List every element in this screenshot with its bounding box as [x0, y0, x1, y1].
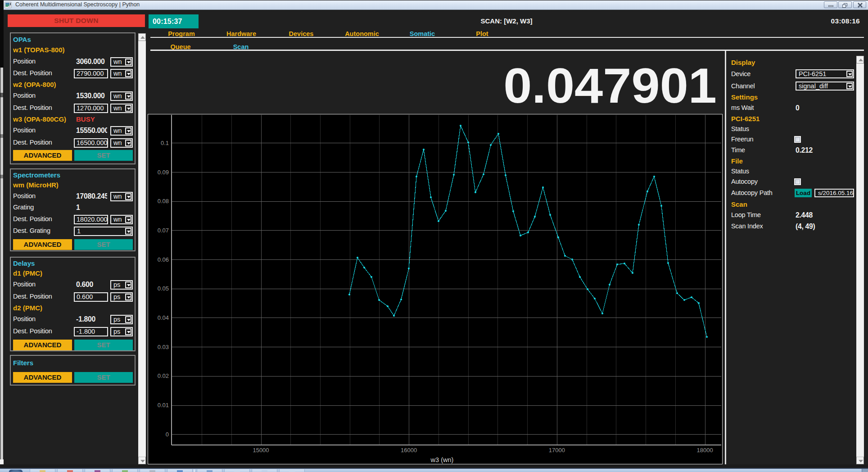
svg-text:w3 (wn): w3 (wn) [430, 456, 454, 463]
svg-text:18000: 18000 [697, 447, 713, 454]
svg-text:0.03: 0.03 [158, 344, 169, 350]
svg-text:0.09: 0.09 [158, 169, 169, 176]
svg-text:15000: 15000 [253, 447, 269, 454]
svg-text:0.05: 0.05 [158, 285, 169, 292]
svg-text:0.06: 0.06 [158, 256, 169, 263]
svg-text:0: 0 [166, 431, 169, 438]
svg-text:0.1: 0.1 [161, 140, 169, 146]
svg-text:16000: 16000 [401, 447, 417, 454]
svg-text:17000: 17000 [549, 447, 565, 454]
svg-text:0.07: 0.07 [158, 227, 169, 234]
svg-text:0.02: 0.02 [158, 372, 169, 379]
svg-text:0.04: 0.04 [158, 314, 169, 321]
svg-text:0.08: 0.08 [158, 198, 169, 204]
svg-text:0.01: 0.01 [158, 402, 169, 408]
